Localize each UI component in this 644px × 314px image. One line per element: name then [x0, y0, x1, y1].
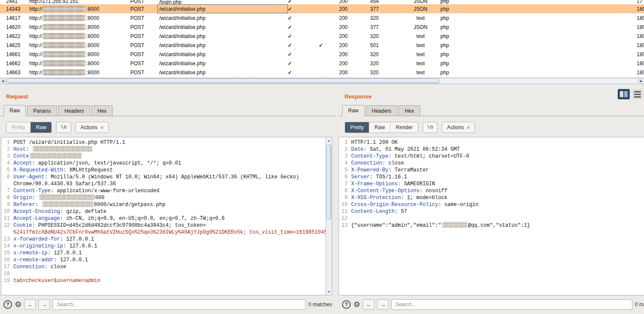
row-clipped-column: 180 [630, 42, 644, 48]
table-row[interactable]: 14622 http://:8000 POST /wizard/initiali… [0, 32, 644, 41]
response-actions-button[interactable]: Actions ∨ [442, 122, 475, 133]
editor-line: 5X-Powered-By: TerraMaster [339, 167, 644, 174]
request-panel: Request RawParamsHeadersHex PrettyRaw \n… [0, 85, 335, 314]
view-pretty-button[interactable]: Pretty [345, 122, 369, 133]
editor-line: 6User-Agent: Mozilla/5.0 (Windows NT 10.… [1, 174, 326, 181]
response-search-input[interactable] [391, 299, 632, 310]
tab-raw[interactable]: Raw [342, 105, 364, 116]
request-actions-button[interactable]: Actions ∨ [75, 122, 109, 133]
history-horizontal-scrollbar[interactable]: ◀ ▶ [0, 78, 644, 84]
row-clipped-column: 180 [630, 24, 644, 30]
row-mime-type: text [401, 42, 440, 48]
response-editor[interactable]: 1HTTP/1.1 200 OK2Date: Sat, 01 May 2021 … [339, 137, 644, 295]
gear-icon[interactable]: ⚙ [353, 301, 360, 308]
row-mime-type: JSON [401, 6, 440, 12]
view-pretty-button[interactable]: Pretty [6, 122, 31, 133]
scroll-down-icon[interactable]: ▼ [327, 289, 330, 295]
response-viewbar: PrettyRawRender \n Actions ∨ [345, 122, 644, 133]
vertical-scroll-thumb[interactable] [327, 144, 331, 220]
row-params-check: ✓ [288, 0, 319, 4]
row-status: 200 [338, 0, 369, 4]
row-id: 14617 [0, 15, 29, 21]
tab-headers[interactable]: Headers [58, 105, 90, 116]
editor-line: 3Conte [1, 153, 326, 160]
row-extension: php [440, 51, 481, 57]
editor-line: 5X-Requested-With: XMLHttpRequest [1, 167, 326, 174]
search-next-button[interactable]: → [38, 299, 50, 310]
chevron-down-icon: ∨ [467, 126, 470, 130]
editor-line: 11Content-Length: 57 [339, 208, 644, 215]
view-raw-button[interactable]: Raw [369, 122, 390, 133]
scroll-left-icon[interactable]: ◀ [0, 79, 6, 83]
redacted-host [43, 33, 85, 39]
response-search-matches: 0 matches [635, 301, 644, 308]
table-row[interactable]: 14662 http://:8000 POST /wizard/initiali… [0, 59, 644, 68]
table-row[interactable]: 14661 http://:8000 POST /wizard/initiali… [0, 50, 644, 59]
row-url: /wizard/initialise.php [157, 68, 288, 77]
row-id: 14661 [0, 51, 29, 57]
horizontal-scroll-thumb[interactable] [6, 79, 440, 83]
search-prev-button[interactable]: ← [363, 299, 374, 310]
tab-raw[interactable]: Raw [3, 105, 26, 116]
editor-line: 11Accept-Language: zh-CN, zh;q=0.9, en-U… [1, 215, 326, 222]
editor-line: 13{"username":"admin","email":"@qq.com",… [339, 222, 644, 229]
tab-params[interactable]: Params [27, 105, 57, 116]
table-row[interactable]: 2441 http://171.255.92.151 POST /login.p… [0, 0, 644, 4]
split-columns-icon[interactable] [618, 89, 630, 99]
request-newline-button[interactable]: \n [56, 122, 71, 133]
response-panel: Response RawHeadersHex PrettyRawRender \… [335, 85, 644, 314]
row-url: /wizard/initialise.php [157, 13, 288, 22]
response-searchbar: ? ⚙ ← → 0 matches [342, 299, 644, 310]
search-prev-button[interactable]: ← [24, 299, 36, 310]
request-editor-scrollbar[interactable]: ▲ ▼ [326, 137, 332, 295]
gear-icon[interactable]: ⚙ [15, 301, 22, 308]
row-host: http://:8000 [29, 60, 129, 67]
table-row[interactable]: 14663 http://:8000 POST /wizard/initiali… [0, 68, 644, 77]
row-clipped-column: 180 [630, 60, 644, 67]
request-view-seg: PrettyRaw [6, 122, 52, 133]
row-extension: php [440, 15, 481, 21]
redacted-text [39, 194, 94, 200]
request-search-matches: 0 matches [308, 301, 332, 308]
table-row[interactable]: 14343 http://:8000 POST /wizard/initiali… [0, 4, 644, 13]
tab-hex[interactable]: Hex [399, 105, 420, 116]
search-next-button[interactable]: → [377, 299, 389, 310]
response-newline-button[interactable]: \n [423, 122, 437, 133]
editor-line: 9X-XSS-Protection: 1; mode=block [339, 194, 644, 201]
row-url: /wizard/initialise.php [157, 50, 288, 59]
editor-line: 14x-originating-ip: 127.0.0.1 [1, 243, 326, 250]
row-length: 501 [369, 42, 401, 48]
table-row[interactable]: 14617 http://:8000 POST /wizard/initiali… [0, 13, 644, 22]
editor-line: 17Connection: close [1, 263, 326, 270]
redacted-host [43, 15, 85, 21]
view-render-button[interactable]: Render [390, 122, 418, 133]
editor-line: 4Accept: application/json, text/javascri… [1, 160, 326, 167]
stacked-rows-icon[interactable] [632, 89, 643, 99]
row-extension: php [440, 6, 481, 12]
redacted-host [43, 69, 85, 76]
row-id: 14662 [0, 60, 29, 67]
tab-hex[interactable]: Hex [91, 105, 113, 116]
row-host: http://:8000 [29, 24, 129, 30]
scroll-right-icon[interactable]: ▶ [638, 79, 644, 83]
table-row[interactable]: 14625 http://:8000 POST /wizard/initiali… [0, 41, 644, 50]
editor-line: 4Connection: close [339, 160, 644, 167]
row-id: 14620 [0, 24, 29, 30]
row-clipped-column: 180 [630, 70, 644, 76]
row-mime-type: text [401, 15, 440, 21]
editor-line: 12 [339, 215, 644, 222]
redacted-host [43, 42, 85, 48]
row-id: 14625 [0, 42, 29, 48]
request-editor[interactable]: 1POST /wizard/initialise.php HTTP/1.12Ho… [1, 137, 332, 295]
tab-headers[interactable]: Headers [366, 105, 397, 116]
row-extension: php [440, 42, 481, 48]
redacted-text [33, 146, 92, 152]
editor-line: 7X-Frame-Options: SAMEORIGIN [339, 181, 644, 187]
view-raw-button[interactable]: Raw [31, 122, 51, 133]
request-search-input[interactable] [53, 299, 306, 310]
table-row[interactable]: 14620 http://:8000 POST /wizard/initiali… [0, 22, 644, 32]
help-icon[interactable]: ? [342, 300, 351, 309]
http-history-table[interactable]: 2441 http://171.255.92.151 POST /login.p… [0, 0, 644, 78]
help-icon[interactable]: ? [3, 300, 12, 309]
scroll-up-icon[interactable]: ▲ [327, 137, 330, 144]
